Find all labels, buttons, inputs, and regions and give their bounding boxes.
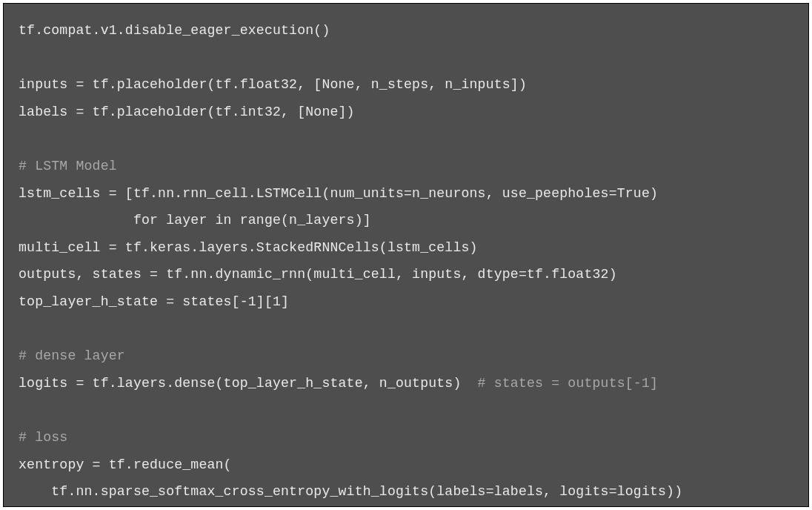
code-line: top_layer_h_state = states[-1][1] [19, 288, 793, 316]
code-inline-comment: # states = outputs[-1] [478, 376, 658, 391]
code-line: lstm_cells = [tf.nn.rnn_cell.LSTMCell(nu… [19, 180, 793, 208]
code-line: tf.compat.v1.disable_eager_execution() [19, 17, 793, 44]
code-comment: # dense layer [19, 342, 793, 370]
code-line-blank [19, 125, 793, 153]
code-comment: # loss [19, 424, 793, 451]
code-line-blank [19, 316, 793, 343]
code-line: inputs = tf.placeholder(tf.float32, [Non… [19, 71, 793, 99]
code-text: logits = tf.layers.dense(top_layer_h_sta… [19, 376, 478, 391]
code-line: xentropy = tf.reduce_mean( [19, 451, 793, 479]
code-line: multi_cell = tf.keras.layers.StackedRNNC… [19, 234, 793, 262]
code-line: labels = tf.placeholder(tf.int32, [None]… [19, 99, 793, 126]
code-line: for layer in range(n_layers)] [19, 207, 793, 234]
code-line: tf.nn.sparse_softmax_cross_entropy_with_… [19, 478, 793, 506]
code-line-blank [19, 397, 793, 424]
code-comment: # LSTM Model [19, 153, 793, 180]
code-line: logits = tf.layers.dense(top_layer_h_sta… [19, 370, 793, 397]
code-line-blank [19, 44, 793, 72]
code-line: outputs, states = tf.nn.dynamic_rnn(mult… [19, 261, 793, 288]
code-block: tf.compat.v1.disable_eager_execution() i… [3, 3, 809, 507]
